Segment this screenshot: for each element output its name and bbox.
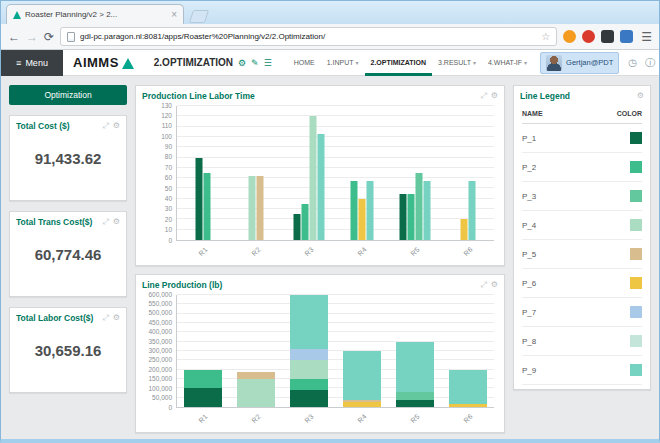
bar-p_9[interactable] bbox=[318, 134, 325, 240]
segment-p_7 bbox=[290, 349, 328, 360]
reload-icon[interactable]: ⟳ bbox=[44, 31, 54, 43]
card-header: Total Trans Cost($)⤢⚙ bbox=[10, 212, 126, 230]
back-icon[interactable]: ← bbox=[8, 31, 20, 43]
legend-row-p_6[interactable]: P_6 bbox=[522, 269, 642, 298]
kpi-value: 91,433.62 bbox=[10, 134, 126, 167]
bar-group-r2 bbox=[249, 106, 264, 240]
bar-p_4[interactable] bbox=[310, 116, 317, 240]
address-bar[interactable]: gdl-pc.paragon.nl:8081/apps/Roaster%20Pl… bbox=[60, 27, 557, 46]
user-chip[interactable]: Gertjan@PDT bbox=[540, 52, 619, 74]
nav-item-home[interactable]: HOME bbox=[288, 50, 321, 76]
nav-item-1-input[interactable]: 1.INPUT▾ bbox=[321, 50, 365, 76]
clock-icon[interactable]: ◷ bbox=[628, 57, 637, 68]
menu-button[interactable]: ≡ Menu bbox=[1, 50, 63, 76]
bar-p_1[interactable] bbox=[196, 158, 203, 240]
legend-row-p_1[interactable]: P_1 bbox=[522, 124, 642, 153]
y-tick-label: 600,000 bbox=[149, 292, 173, 299]
color-swatch-p_6 bbox=[630, 277, 642, 289]
x-tick-label: R4 bbox=[356, 413, 367, 424]
gridline bbox=[177, 331, 494, 332]
color-swatch-p_1 bbox=[630, 132, 642, 144]
extension-icon-3[interactable] bbox=[601, 30, 614, 43]
bookmark-star-icon[interactable]: ☆ bbox=[541, 31, 550, 42]
legend-row-p_3[interactable]: P_3 bbox=[522, 182, 642, 211]
bar-p_9[interactable] bbox=[366, 181, 373, 240]
browser-window: Roaster Planning/v2 > 2... × ← → ⟳ gdl-p… bbox=[0, 0, 660, 443]
stacked-bar-r3[interactable] bbox=[290, 295, 328, 407]
expand-icon[interactable]: ⤢ bbox=[102, 314, 108, 322]
line-legend-card: Line Legend ⚙ NAMECOLORP_1P_2P_3P_4P_5P_… bbox=[513, 85, 651, 390]
info-icon[interactable]: ⓘ bbox=[645, 56, 655, 70]
y-tick-label: 250,000 bbox=[149, 358, 173, 365]
bar-p_2[interactable] bbox=[302, 204, 309, 240]
legend-row-p_2[interactable]: P_2 bbox=[522, 153, 642, 182]
x-axis: R1R2R3R4R5R6 bbox=[176, 241, 494, 263]
legend-row-p_8[interactable]: P_8 bbox=[522, 327, 642, 356]
forward-icon[interactable]: → bbox=[26, 31, 38, 43]
nav-item-3-result[interactable]: 3.RESULT▾ bbox=[432, 50, 482, 76]
bar-p_9[interactable] bbox=[468, 181, 475, 240]
bar-p_1[interactable] bbox=[294, 214, 301, 240]
gridline bbox=[177, 294, 494, 295]
optimization-page-button[interactable]: Optimization bbox=[9, 85, 127, 105]
stacked-bar-r4[interactable] bbox=[343, 295, 381, 407]
bar-p_4[interactable] bbox=[249, 176, 256, 240]
bar-p_1[interactable] bbox=[399, 194, 406, 240]
kpi-title: Total Labor Cost($) bbox=[16, 313, 98, 323]
card-header: Line Legend ⚙ bbox=[514, 86, 650, 104]
close-tab-icon[interactable]: × bbox=[171, 10, 177, 20]
expand-icon[interactable]: ⤢ bbox=[102, 218, 108, 226]
browser-menu-icon[interactable]: ☰ bbox=[641, 30, 652, 44]
expand-icon[interactable]: ⤢ bbox=[480, 281, 486, 289]
bar-p_9[interactable] bbox=[423, 181, 430, 240]
legend-row-p_4[interactable]: P_4 bbox=[522, 211, 642, 240]
bar-p_6[interactable] bbox=[358, 199, 365, 240]
bar-p_6[interactable] bbox=[460, 219, 467, 240]
gridline bbox=[177, 378, 494, 379]
bar-p_2[interactable] bbox=[204, 173, 211, 240]
legend-row-p_9[interactable]: P_9 bbox=[522, 356, 642, 385]
bar-p_2[interactable] bbox=[407, 194, 414, 240]
stacked-bar-r1[interactable] bbox=[184, 295, 222, 407]
expand-icon[interactable]: ⤢ bbox=[480, 92, 486, 100]
legend-row-p_5[interactable]: P_5 bbox=[522, 240, 642, 269]
nav-item-2-optimization[interactable]: 2.OPTIMIZATION bbox=[365, 50, 432, 76]
y-axis: 0102030405060708090100110120130 bbox=[140, 106, 176, 241]
stacked-bar-r6[interactable] bbox=[449, 295, 487, 407]
page-list-icon[interactable]: ☰ bbox=[264, 58, 272, 68]
extension-icon-2[interactable] bbox=[582, 30, 595, 43]
bar-p_2[interactable] bbox=[350, 181, 357, 240]
gear-icon[interactable]: ⚙ bbox=[491, 281, 498, 289]
page-title-group: 2.OPTIMIZATION ⚙ ✎ ☰ bbox=[154, 57, 272, 68]
gear-icon[interactable]: ⚙ bbox=[113, 314, 120, 322]
color-swatch-p_2 bbox=[630, 161, 642, 173]
stacked-bar-r2[interactable] bbox=[237, 295, 275, 407]
gear-icon[interactable]: ⚙ bbox=[113, 122, 120, 130]
browser-tab[interactable]: Roaster Planning/v2 > 2... × bbox=[6, 4, 184, 24]
stacked-bar-r5[interactable] bbox=[396, 295, 434, 407]
color-swatch-p_7 bbox=[630, 306, 642, 318]
labor-time-chart-card: Production Line Labor Time ⤢ ⚙ 010203040… bbox=[135, 85, 505, 266]
gear-icon[interactable]: ⚙ bbox=[637, 92, 644, 100]
extension-icon-1[interactable] bbox=[563, 30, 576, 43]
gridline bbox=[177, 157, 494, 158]
legend-row-p_7[interactable]: P_7 bbox=[522, 298, 642, 327]
bar-p_3[interactable] bbox=[415, 173, 422, 240]
gear-icon[interactable]: ⚙ bbox=[491, 92, 498, 100]
bar-p_5[interactable] bbox=[257, 176, 264, 240]
kpi-cards: Total Cost ($)⤢⚙91,433.62Total Trans Cos… bbox=[9, 115, 127, 393]
kpi-value: 60,774.46 bbox=[10, 230, 126, 263]
new-tab-button[interactable] bbox=[189, 10, 209, 23]
x-tick-label: R2 bbox=[250, 246, 261, 257]
x-tick-label: R5 bbox=[409, 246, 420, 257]
page-gear-icon[interactable]: ⚙ bbox=[238, 58, 246, 68]
gridline bbox=[177, 126, 494, 127]
line-production-chart-card: Line Production (lb) ⤢ ⚙ 050,000100,0001… bbox=[135, 274, 505, 433]
gear-icon[interactable]: ⚙ bbox=[113, 218, 120, 226]
nav-item-4-what-if[interactable]: 4.WHAT-IF▾ bbox=[482, 50, 533, 76]
page-edit-icon[interactable]: ✎ bbox=[251, 58, 259, 68]
expand-icon[interactable]: ⤢ bbox=[102, 122, 108, 130]
legend-name: P_7 bbox=[522, 308, 536, 317]
url-text[interactable]: gdl-pc.paragon.nl:8081/apps/Roaster%20Pl… bbox=[80, 32, 536, 41]
extension-icon-4[interactable] bbox=[620, 30, 633, 43]
